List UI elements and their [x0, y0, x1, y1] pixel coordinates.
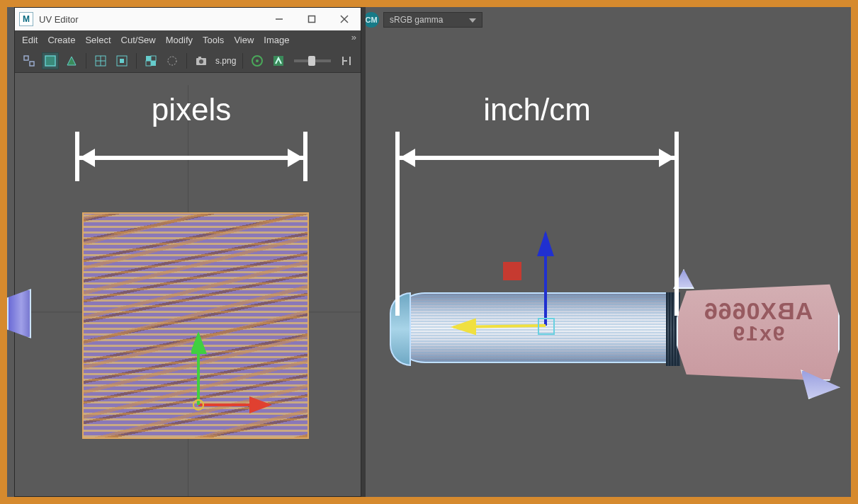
maximize-button[interactable] — [295, 8, 328, 30]
minimize-button[interactable] — [263, 8, 295, 30]
app-frame: CM sRGB gamma M UV Editor Edit Create — [0, 0, 858, 504]
uv-texture-label: s.png — [215, 56, 236, 66]
maya-app-icon: M — [19, 12, 33, 26]
svg-rect-15 — [151, 56, 156, 61]
svg-marker-7 — [67, 57, 76, 65]
uv-shell-fragment[interactable] — [7, 289, 31, 338]
exposure-slider[interactable] — [294, 59, 331, 62]
uv-shaded-icon[interactable] — [42, 52, 59, 69]
uv-dimension-annotation: pixels — [75, 92, 307, 181]
mesh-cylinder[interactable] — [390, 292, 680, 363]
uv-checker-icon[interactable] — [142, 52, 159, 69]
channels-icon[interactable] — [338, 52, 355, 69]
svg-point-22 — [256, 59, 259, 62]
uv-isolate-icon[interactable] — [113, 52, 130, 69]
minimize-icon — [275, 15, 283, 23]
svg-rect-6 — [45, 56, 55, 66]
svg-rect-13 — [146, 56, 151, 61]
maximize-icon — [307, 15, 316, 23]
menu-select[interactable]: Select — [85, 35, 111, 45]
titlebar[interactable]: M UV Editor — [15, 8, 361, 30]
uv-shell-icon[interactable] — [21, 52, 38, 69]
uv-distort-icon[interactable] — [63, 52, 80, 69]
menu-tools[interactable]: Tools — [203, 35, 224, 45]
panel-divider[interactable] — [361, 7, 366, 497]
svg-rect-5 — [30, 62, 34, 66]
color-mgmt-toggle[interactable]: CM — [363, 12, 379, 28]
uv-grid-icon[interactable] — [92, 52, 109, 69]
viewport-dimension-annotation: inch/cm — [395, 92, 679, 181]
uv-toolkit-icon[interactable] — [270, 52, 287, 69]
uv-dim-icon[interactable] — [164, 52, 181, 69]
menu-create[interactable]: Create — [47, 35, 75, 45]
svg-rect-20 — [198, 57, 201, 59]
menu-cutsew[interactable]: Cut/Sew — [121, 35, 156, 45]
window-title: UV Editor — [39, 14, 79, 25]
close-icon — [340, 15, 349, 23]
uv-dimension-label: pixels — [75, 92, 307, 127]
gizmo-plane-handle[interactable] — [503, 262, 521, 280]
svg-rect-16 — [146, 61, 151, 66]
viewport-dimension-label: inch/cm — [395, 92, 679, 127]
uv-toolbar: s.png — [15, 49, 361, 73]
uv-texture-shell[interactable] — [82, 212, 309, 439]
menu-edit[interactable]: Edit — [22, 35, 38, 45]
svg-rect-12 — [120, 59, 124, 63]
color-management-bar: CM sRGB gamma — [363, 11, 482, 29]
menubar-overflow-icon[interactable]: » — [351, 32, 356, 42]
menu-modify[interactable]: Modify — [166, 35, 193, 45]
color-space-select[interactable]: sRGB gamma — [383, 12, 482, 28]
close-button[interactable] — [328, 8, 361, 30]
menubar: Edit Create Select Cut/Sew Modify Tools … — [15, 30, 361, 49]
menu-view[interactable]: View — [234, 35, 254, 45]
mesh-block-text: ABX0666 9x19 — [687, 299, 829, 344]
svg-rect-4 — [24, 56, 28, 60]
svg-rect-14 — [151, 61, 156, 66]
menu-image[interactable]: Image — [264, 35, 289, 45]
snapshot-icon[interactable] — [193, 52, 210, 69]
svg-rect-1 — [309, 16, 315, 23]
baking-icon[interactable] — [249, 52, 266, 69]
svg-point-19 — [199, 59, 203, 64]
svg-point-17 — [168, 57, 176, 65]
